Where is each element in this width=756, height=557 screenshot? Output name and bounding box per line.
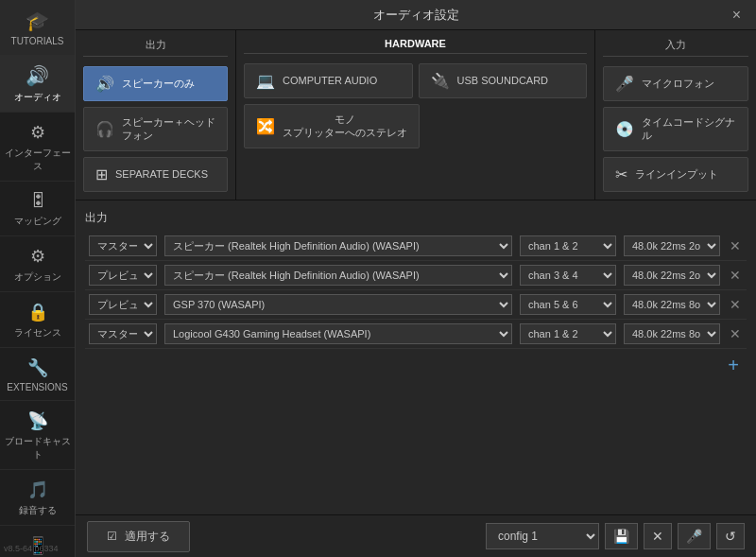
- computer-audio-button[interactable]: 💻 COMPUTER AUDIO: [244, 63, 413, 98]
- sidebar-label-tutorials: TUTORIALS: [11, 36, 64, 46]
- row-device-select-0[interactable]: スピーカー (Realtek High Definition Audio) (W…: [164, 235, 512, 256]
- timecode-icon: 💿: [615, 120, 634, 138]
- sidebar-item-mapping[interactable]: 🎛 マッピング: [0, 182, 75, 236]
- title-bar: オーディオ設定 ×: [76, 0, 756, 30]
- sidebar-item-tutorials[interactable]: 🎓 TUTORIALS: [0, 0, 75, 55]
- row-type-select-1[interactable]: プレビュー マスター プレビュー: [89, 265, 157, 286]
- refresh-icon: ↺: [725, 529, 736, 544]
- output-column: 出力 🔊 スピーカーのみ 🎧 スピーカー＋ヘッドフォン ⊞ SEPARATE D…: [76, 30, 236, 200]
- sidebar: 🎓 TUTORIALS 🔊 オーディオ ⚙ インターフェース 🎛 マッピング ⚙…: [0, 0, 76, 557]
- microphone-icon: 🎤: [615, 75, 634, 93]
- row-format-select-3[interactable]: 48.0k 22ms 8o: [624, 323, 720, 344]
- row-delete-button-1[interactable]: ✕: [728, 266, 743, 285]
- close-button[interactable]: ×: [727, 5, 747, 26]
- row-type-select-2[interactable]: プレビュー マスター プレビュー: [89, 294, 157, 315]
- row-channel-select-1[interactable]: chan 3 & 4: [520, 265, 616, 286]
- usb-icon: 🔌: [431, 72, 450, 90]
- record-icon: 🎵: [27, 479, 48, 500]
- sidebar-item-broadcast[interactable]: 📡 ブロードキャスト: [0, 401, 75, 470]
- mono-splitter-button[interactable]: 🔀 モノスプリッターへのステレオ: [244, 104, 420, 148]
- table-row: マスター マスター プレビュー スピーカー (Realtek High Defi…: [85, 232, 747, 261]
- row-format-select-2[interactable]: 48.0k 22ms 8o: [624, 294, 720, 315]
- output-column-header: 出力: [83, 38, 228, 57]
- hardware-column-header: HARDWARE: [244, 38, 587, 54]
- row-type-select-0[interactable]: マスター マスター プレビュー: [89, 235, 157, 256]
- close-config-button[interactable]: ✕: [644, 523, 672, 549]
- input-column: 入力 🎤 マイクロフォン 💿 タイムコードシグナル ✂ ラインインプット: [595, 30, 756, 200]
- timecode-button[interactable]: 💿 タイムコードシグナル: [603, 107, 748, 151]
- mic-footer-icon: 🎤: [686, 529, 702, 544]
- sidebar-label-license: ライセンス: [14, 326, 61, 339]
- line-input-icon: ✂: [615, 165, 627, 183]
- mic-footer-button[interactable]: 🎤: [678, 523, 711, 549]
- usb-soundcard-label: USB SOUNDCARD: [457, 74, 549, 87]
- apply-label: 適用する: [125, 529, 170, 545]
- sidebar-item-options[interactable]: ⚙ オプション: [0, 236, 75, 292]
- row-device-select-1[interactable]: スピーカー (Realtek High Definition Audio) (W…: [164, 265, 512, 286]
- microphone-label: マイクロフォン: [642, 77, 714, 90]
- footer: ☑ 適用する config 1 config 2 config 3 💾 ✕ 🎤 …: [76, 514, 756, 557]
- sidebar-item-interface[interactable]: ⚙ インターフェース: [0, 113, 75, 182]
- sidebar-label-interface: インターフェース: [4, 147, 71, 173]
- row-device-select-3[interactable]: Logicool G430 Gaming Headset (WASAPI): [164, 323, 512, 344]
- row-channel-select-2[interactable]: chan 5 & 6: [520, 294, 616, 315]
- options-icon: ⚙: [30, 246, 45, 267]
- speakers-only-label: スピーカーのみ: [122, 77, 195, 90]
- table-row: プレビュー マスター プレビュー スピーカー (Realtek High Def…: [85, 260, 747, 289]
- sidebar-label-broadcast: ブロードキャスト: [4, 435, 71, 461]
- audio-settings-dialog: オーディオ設定 × 出力 🔊 スピーカーのみ 🎧 スピーカー＋ヘッドフォン ⊞ …: [76, 0, 756, 557]
- mono-icon: 🔀: [256, 117, 275, 135]
- computer-audio-label: COMPUTER AUDIO: [283, 74, 377, 87]
- tutorials-icon: 🎓: [26, 9, 49, 32]
- speaker-headphones-label: スピーカー＋ヘッドフォン: [122, 115, 215, 143]
- add-output-button[interactable]: +: [720, 353, 747, 378]
- apply-button[interactable]: ☑ 適用する: [87, 521, 190, 552]
- separate-decks-label: SEPARATE DECKS: [115, 167, 208, 181]
- version-label: v8.5-64 b6334: [4, 544, 59, 553]
- dialog-title: オーディオ設定: [373, 7, 459, 24]
- footer-right: config 1 config 2 config 3 💾 ✕ 🎤 ↺: [486, 523, 745, 549]
- sidebar-label-mapping: マッピング: [14, 215, 61, 228]
- row-format-select-0[interactable]: 48.0k 22ms 2o: [624, 235, 720, 256]
- row-delete-button-0[interactable]: ✕: [728, 236, 743, 255]
- speakers-only-button[interactable]: 🔊 スピーカーのみ: [83, 66, 228, 101]
- separate-decks-button[interactable]: ⊞ SEPARATE DECKS: [83, 157, 228, 192]
- hardware-section: 出力 🔊 スピーカーのみ 🎧 スピーカー＋ヘッドフォン ⊞ SEPARATE D…: [76, 30, 756, 200]
- sidebar-label-record: 録音する: [19, 504, 57, 517]
- row-delete-button-2[interactable]: ✕: [728, 295, 743, 314]
- timecode-label: タイムコードシグナル: [642, 115, 736, 143]
- row-format-select-1[interactable]: 48.0k 22ms 2o: [624, 265, 720, 286]
- save-config-button[interactable]: 💾: [605, 523, 638, 549]
- microphone-button[interactable]: 🎤 マイクロフォン: [603, 66, 748, 101]
- hardware-top-row: 💻 COMPUTER AUDIO 🔌 USB SOUNDCARD: [244, 63, 587, 98]
- row-device-select-2[interactable]: GSP 370 (WASAPI): [164, 294, 512, 315]
- sidebar-item-record[interactable]: 🎵 録音する: [0, 470, 75, 526]
- sidebar-item-audio[interactable]: 🔊 オーディオ: [0, 55, 75, 113]
- sidebar-item-license[interactable]: 🔒 ライセンス: [0, 292, 75, 348]
- interface-icon: ⚙: [30, 122, 45, 143]
- line-input-label: ラインインプット: [635, 167, 718, 181]
- mono-label: モノスプリッターへのステレオ: [283, 113, 407, 140]
- table-row: プレビュー マスター プレビュー GSP 370 (WASAPI) chan 5…: [85, 289, 747, 319]
- computer-icon: 💻: [256, 72, 275, 90]
- broadcast-icon: 📡: [27, 410, 48, 431]
- license-icon: 🔒: [27, 302, 48, 322]
- sidebar-label-audio: オーディオ: [14, 91, 61, 104]
- output-table: マスター マスター プレビュー スピーカー (Realtek High Defi…: [85, 232, 747, 349]
- extensions-icon: 🔧: [27, 357, 48, 378]
- sidebar-item-extensions[interactable]: 🔧 EXTENSIONS: [0, 348, 75, 401]
- output-section: 出力 マスター マスター プレビュー スピーカー (Realtek High D…: [76, 200, 756, 514]
- apply-icon: ☑: [107, 530, 117, 543]
- row-channel-select-3[interactable]: chan 1 & 2: [520, 323, 616, 344]
- row-delete-button-3[interactable]: ✕: [728, 324, 743, 343]
- speaker-headphones-button[interactable]: 🎧 スピーカー＋ヘッドフォン: [83, 107, 228, 151]
- row-type-select-3[interactable]: マスター マスター プレビュー: [89, 323, 157, 344]
- usb-soundcard-button[interactable]: 🔌 USB SOUNDCARD: [419, 63, 588, 98]
- line-input-button[interactable]: ✂ ラインインプット: [603, 157, 748, 192]
- close-config-icon: ✕: [652, 529, 663, 544]
- config-select[interactable]: config 1 config 2 config 3: [486, 523, 599, 549]
- headphones-icon: 🎧: [95, 120, 114, 138]
- refresh-button[interactable]: ↺: [716, 523, 745, 549]
- input-column-header: 入力: [603, 38, 748, 57]
- row-channel-select-0[interactable]: chan 1 & 2: [520, 235, 616, 256]
